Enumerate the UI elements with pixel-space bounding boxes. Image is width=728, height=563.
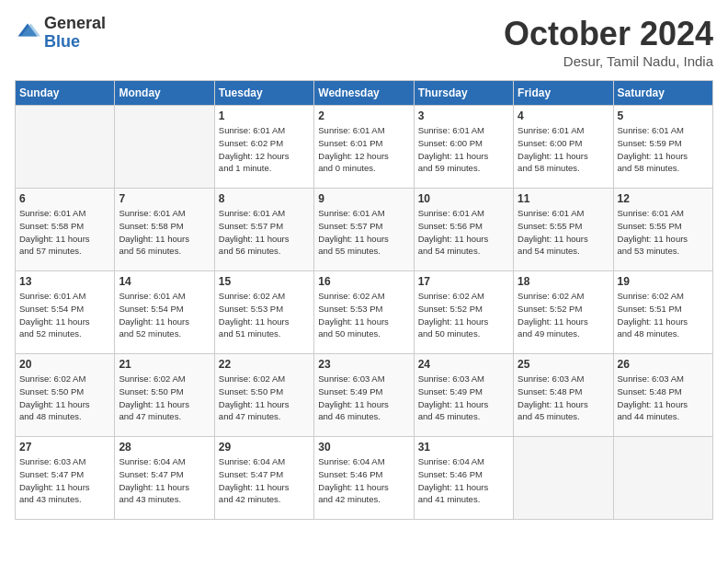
day-cell: 6Sunrise: 6:01 AM Sunset: 5:58 PM Daylig… bbox=[16, 189, 115, 271]
day-info: Sunrise: 6:01 AM Sunset: 6:01 PM Dayligh… bbox=[318, 124, 409, 175]
day-number: 4 bbox=[518, 109, 609, 122]
day-cell: 3Sunrise: 6:01 AM Sunset: 6:00 PM Daylig… bbox=[414, 106, 513, 189]
day-cell: 7Sunrise: 6:01 AM Sunset: 5:58 PM Daylig… bbox=[115, 189, 214, 271]
day-number: 2 bbox=[318, 109, 409, 122]
day-cell: 13Sunrise: 6:01 AM Sunset: 5:54 PM Dayli… bbox=[16, 271, 115, 354]
day-number: 22 bbox=[219, 358, 310, 371]
day-number: 7 bbox=[119, 192, 210, 205]
location-text: Desur, Tamil Nadu, India bbox=[504, 53, 713, 69]
weekday-header-monday: Monday bbox=[115, 81, 214, 106]
logo-blue-text: Blue bbox=[44, 32, 80, 51]
day-cell: 16Sunrise: 6:02 AM Sunset: 5:53 PM Dayli… bbox=[314, 271, 414, 354]
day-number: 31 bbox=[418, 441, 509, 454]
day-info: Sunrise: 6:04 AM Sunset: 5:47 PM Dayligh… bbox=[219, 455, 310, 506]
day-info: Sunrise: 6:04 AM Sunset: 5:46 PM Dayligh… bbox=[318, 455, 409, 506]
day-number: 8 bbox=[219, 192, 310, 205]
day-number: 29 bbox=[219, 441, 310, 454]
day-info: Sunrise: 6:03 AM Sunset: 5:49 PM Dayligh… bbox=[418, 373, 509, 423]
day-cell: 27Sunrise: 6:03 AM Sunset: 5:47 PM Dayli… bbox=[16, 437, 115, 520]
day-number: 1 bbox=[219, 109, 310, 122]
week-row-5: 27Sunrise: 6:03 AM Sunset: 5:47 PM Dayli… bbox=[16, 437, 713, 520]
day-info: Sunrise: 6:02 AM Sunset: 5:51 PM Dayligh… bbox=[618, 290, 709, 340]
day-cell: 11Sunrise: 6:01 AM Sunset: 5:55 PM Dayli… bbox=[514, 189, 613, 271]
calendar-body: 1Sunrise: 6:01 AM Sunset: 6:02 PM Daylig… bbox=[16, 106, 713, 520]
day-info: Sunrise: 6:02 AM Sunset: 5:53 PM Dayligh… bbox=[219, 290, 310, 340]
day-cell: 19Sunrise: 6:02 AM Sunset: 5:51 PM Dayli… bbox=[613, 271, 712, 354]
day-number: 30 bbox=[318, 441, 409, 454]
day-cell: 28Sunrise: 6:04 AM Sunset: 5:47 PM Dayli… bbox=[115, 437, 214, 520]
day-info: Sunrise: 6:01 AM Sunset: 5:54 PM Dayligh… bbox=[19, 290, 110, 340]
day-info: Sunrise: 6:01 AM Sunset: 5:58 PM Dayligh… bbox=[19, 207, 110, 258]
day-cell bbox=[514, 437, 613, 520]
week-row-1: 1Sunrise: 6:01 AM Sunset: 6:02 PM Daylig… bbox=[16, 106, 713, 189]
day-info: Sunrise: 6:03 AM Sunset: 5:48 PM Dayligh… bbox=[518, 373, 609, 423]
weekday-header-wednesday: Wednesday bbox=[314, 81, 414, 106]
day-number: 9 bbox=[318, 192, 409, 205]
day-cell: 17Sunrise: 6:02 AM Sunset: 5:52 PM Dayli… bbox=[414, 271, 513, 354]
day-info: Sunrise: 6:01 AM Sunset: 6:00 PM Dayligh… bbox=[518, 124, 609, 175]
weekday-header-friday: Friday bbox=[514, 81, 613, 106]
weekday-header-tuesday: Tuesday bbox=[214, 81, 313, 106]
day-cell: 26Sunrise: 6:03 AM Sunset: 5:48 PM Dayli… bbox=[613, 354, 712, 437]
day-number: 10 bbox=[418, 192, 509, 205]
logo-icon bbox=[15, 20, 40, 46]
day-cell: 29Sunrise: 6:04 AM Sunset: 5:47 PM Dayli… bbox=[214, 437, 313, 520]
day-info: Sunrise: 6:02 AM Sunset: 5:50 PM Dayligh… bbox=[219, 373, 310, 423]
day-info: Sunrise: 6:03 AM Sunset: 5:47 PM Dayligh… bbox=[19, 455, 110, 506]
day-number: 19 bbox=[618, 275, 709, 288]
day-cell: 12Sunrise: 6:01 AM Sunset: 5:55 PM Dayli… bbox=[613, 189, 712, 271]
day-info: Sunrise: 6:02 AM Sunset: 5:50 PM Dayligh… bbox=[19, 373, 110, 423]
title-block: October 2024 Desur, Tamil Nadu, India bbox=[504, 15, 713, 69]
day-info: Sunrise: 6:04 AM Sunset: 5:46 PM Dayligh… bbox=[418, 455, 509, 506]
day-info: Sunrise: 6:03 AM Sunset: 5:48 PM Dayligh… bbox=[618, 373, 709, 423]
day-number: 20 bbox=[19, 358, 110, 371]
day-info: Sunrise: 6:01 AM Sunset: 5:55 PM Dayligh… bbox=[518, 207, 609, 258]
day-number: 6 bbox=[19, 192, 110, 205]
logo: General Blue bbox=[15, 15, 106, 52]
day-info: Sunrise: 6:01 AM Sunset: 5:54 PM Dayligh… bbox=[119, 290, 210, 340]
day-cell: 24Sunrise: 6:03 AM Sunset: 5:49 PM Dayli… bbox=[414, 354, 513, 437]
logo-general-text: General bbox=[44, 14, 106, 32]
day-cell: 9Sunrise: 6:01 AM Sunset: 5:57 PM Daylig… bbox=[314, 189, 414, 271]
day-info: Sunrise: 6:02 AM Sunset: 5:52 PM Dayligh… bbox=[418, 290, 509, 340]
weekday-row: SundayMondayTuesdayWednesdayThursdayFrid… bbox=[16, 81, 713, 106]
day-cell: 23Sunrise: 6:03 AM Sunset: 5:49 PM Dayli… bbox=[314, 354, 414, 437]
day-info: Sunrise: 6:01 AM Sunset: 5:57 PM Dayligh… bbox=[318, 207, 409, 258]
day-info: Sunrise: 6:03 AM Sunset: 5:49 PM Dayligh… bbox=[318, 373, 409, 423]
day-info: Sunrise: 6:02 AM Sunset: 5:52 PM Dayligh… bbox=[518, 290, 609, 340]
day-number: 27 bbox=[19, 441, 110, 454]
day-number: 17 bbox=[418, 275, 509, 288]
day-number: 26 bbox=[618, 358, 709, 371]
day-cell bbox=[613, 437, 712, 520]
day-cell bbox=[16, 106, 115, 189]
day-number: 14 bbox=[119, 275, 210, 288]
day-number: 18 bbox=[518, 275, 609, 288]
day-number: 25 bbox=[518, 358, 609, 371]
day-cell: 14Sunrise: 6:01 AM Sunset: 5:54 PM Dayli… bbox=[115, 271, 214, 354]
day-info: Sunrise: 6:01 AM Sunset: 5:58 PM Dayligh… bbox=[119, 207, 210, 258]
day-info: Sunrise: 6:04 AM Sunset: 5:47 PM Dayligh… bbox=[119, 455, 210, 506]
day-number: 3 bbox=[418, 109, 509, 122]
day-cell: 18Sunrise: 6:02 AM Sunset: 5:52 PM Dayli… bbox=[514, 271, 613, 354]
day-number: 12 bbox=[618, 192, 709, 205]
day-cell: 2Sunrise: 6:01 AM Sunset: 6:01 PM Daylig… bbox=[314, 106, 414, 189]
calendar-table: SundayMondayTuesdayWednesdayThursdayFrid… bbox=[15, 80, 713, 520]
day-info: Sunrise: 6:01 AM Sunset: 6:00 PM Dayligh… bbox=[418, 124, 509, 175]
weekday-header-thursday: Thursday bbox=[414, 81, 513, 106]
month-title: October 2024 bbox=[504, 15, 713, 53]
day-number: 24 bbox=[418, 358, 509, 371]
day-cell: 31Sunrise: 6:04 AM Sunset: 5:46 PM Dayli… bbox=[414, 437, 513, 520]
day-info: Sunrise: 6:02 AM Sunset: 5:53 PM Dayligh… bbox=[318, 290, 409, 340]
day-number: 28 bbox=[119, 441, 210, 454]
day-cell: 4Sunrise: 6:01 AM Sunset: 6:00 PM Daylig… bbox=[514, 106, 613, 189]
weekday-header-sunday: Sunday bbox=[16, 81, 115, 106]
day-number: 21 bbox=[119, 358, 210, 371]
day-info: Sunrise: 6:01 AM Sunset: 5:57 PM Dayligh… bbox=[219, 207, 310, 258]
day-cell: 30Sunrise: 6:04 AM Sunset: 5:46 PM Dayli… bbox=[314, 437, 414, 520]
day-number: 15 bbox=[219, 275, 310, 288]
day-cell: 21Sunrise: 6:02 AM Sunset: 5:50 PM Dayli… bbox=[115, 354, 214, 437]
day-info: Sunrise: 6:01 AM Sunset: 5:56 PM Dayligh… bbox=[418, 207, 509, 258]
day-cell bbox=[115, 106, 214, 189]
day-cell: 25Sunrise: 6:03 AM Sunset: 5:48 PM Dayli… bbox=[514, 354, 613, 437]
day-info: Sunrise: 6:02 AM Sunset: 5:50 PM Dayligh… bbox=[119, 373, 210, 423]
